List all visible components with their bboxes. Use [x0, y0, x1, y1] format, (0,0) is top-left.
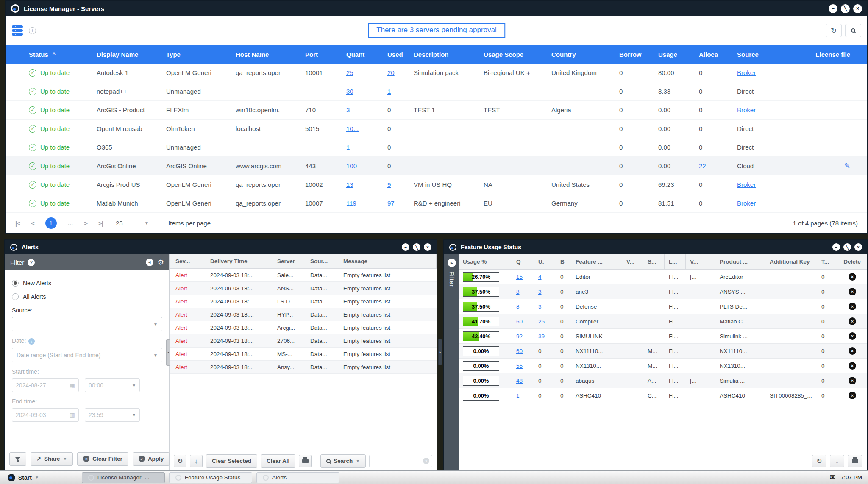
info-icon[interactable]: i	[29, 27, 36, 34]
search-button[interactable]	[845, 24, 861, 37]
source-link[interactable]: Broker	[737, 106, 756, 114]
first-page-button[interactable]: |<	[15, 220, 20, 227]
more-pages-button[interactable]: ...	[68, 220, 73, 227]
end-time-input[interactable]: 23:59▼	[85, 408, 140, 422]
restore-icon[interactable]: ╲	[843, 243, 851, 251]
q-link[interactable]: 48	[516, 378, 523, 384]
quant-link[interactable]: 10...	[346, 125, 359, 132]
delete-icon[interactable]: ×	[849, 288, 856, 295]
column-header[interactable]: Product ...	[715, 254, 765, 269]
mail-icon[interactable]: ✉	[829, 473, 835, 482]
calendar-icon[interactable]: ▦	[70, 412, 75, 418]
column-header[interactable]: Borrow	[619, 51, 658, 58]
feature-row[interactable]: 0.00%100ASHC410C...Fl...ASHC410SIT000082…	[459, 388, 867, 403]
download-button[interactable]: ↓	[830, 455, 844, 467]
server-row[interactable]: ✓Up to dateMatlab MunichOpenLM Generiqa_…	[6, 194, 867, 213]
column-header[interactable]: Additional Key	[765, 254, 817, 269]
delete-icon[interactable]: ×	[849, 303, 856, 310]
column-header[interactable]: V...	[686, 254, 715, 269]
quant-link[interactable]: 100	[346, 162, 357, 170]
close-icon[interactable]: ×	[853, 4, 862, 13]
column-header[interactable]: Description	[414, 51, 484, 58]
taskbar-item[interactable]: Feature Usage Status	[169, 472, 252, 483]
u-link[interactable]: 25	[538, 318, 545, 325]
last-page-button[interactable]: >|	[98, 220, 103, 227]
column-header[interactable]: Sev...	[170, 254, 204, 268]
quant-link[interactable]: 25	[346, 69, 353, 76]
q-link[interactable]: 55	[516, 363, 523, 369]
clear-all-button[interactable]: Clear All	[261, 454, 295, 468]
source-link[interactable]: Broker	[737, 181, 756, 188]
column-header[interactable]: Type	[166, 51, 236, 58]
column-header[interactable]: Server	[271, 254, 304, 268]
taskbar-item[interactable]: Alerts	[256, 472, 339, 483]
column-header[interactable]: Country	[551, 51, 619, 58]
used-link[interactable]: 9	[387, 181, 391, 188]
alert-row[interactable]: Alert2024-09-03 18:...Arcgi...Data...Emp…	[170, 321, 437, 334]
refresh-button[interactable]: ↻	[826, 24, 842, 37]
feature-row[interactable]: 0.00%6000NX11110...M...Fl...NX11110...0×	[459, 344, 867, 359]
start-button[interactable]: Start ▼	[3, 472, 43, 483]
feature-row[interactable]: 37.50%830ane3Fl...ANSYS ...0×	[459, 284, 867, 299]
q-link[interactable]: 1	[516, 392, 520, 399]
source-link[interactable]: Broker	[737, 69, 756, 76]
column-header[interactable]: Usage Scope	[484, 51, 551, 58]
server-row[interactable]: ✓Up to dateArcGis OnlineArcGIS Onlinewww…	[6, 157, 867, 175]
close-icon[interactable]: ×	[424, 243, 431, 251]
column-header[interactable]: Sour...	[304, 254, 337, 268]
close-icon[interactable]: ×	[854, 243, 862, 251]
server-row[interactable]: ✓Up to dateArcGIS - ProductFLEXlmwin10c.…	[6, 101, 867, 120]
taskbar-item[interactable]: License Manager -...	[82, 472, 165, 483]
column-header[interactable]: Used	[387, 51, 414, 58]
used-link[interactable]: 20	[387, 69, 395, 76]
column-header[interactable]: License file	[784, 51, 867, 58]
column-header[interactable]: S...	[643, 254, 665, 269]
quant-link[interactable]: 3	[346, 106, 350, 114]
column-header[interactable]: Status^	[6, 51, 97, 58]
share-button[interactable]: ↗ Share ▼	[31, 452, 73, 466]
main-titlebar[interactable]: License Manager - Servers – ╲ ×	[6, 1, 867, 16]
used-link[interactable]: 97	[387, 200, 395, 207]
alloca-link[interactable]: 22	[699, 162, 706, 170]
quant-link[interactable]: 13	[346, 181, 353, 188]
start-time-input[interactable]: 00:00▼	[85, 378, 140, 392]
delete-icon[interactable]: ×	[849, 332, 856, 340]
end-date-input[interactable]: 2024-09-03▦	[12, 408, 79, 422]
feature-row[interactable]: 41.70%60250CompilerFl...Matlab C...0×	[459, 314, 867, 329]
restore-icon[interactable]: ╲	[413, 243, 420, 251]
filter-button[interactable]	[9, 452, 26, 466]
feature-row[interactable]: 0.00%4800abaqusA...Fl...[...Simulia ...0…	[459, 373, 867, 388]
feature-row[interactable]: 26.70%1540EditorFl...[...ArcEditor0×	[459, 270, 867, 284]
column-header[interactable]: Delivery Time	[204, 254, 271, 268]
print-button[interactable]	[299, 455, 312, 467]
delete-icon[interactable]: ×	[849, 347, 856, 355]
panel-splitter-handle[interactable]: ▸	[438, 339, 442, 365]
prev-page-button[interactable]: <	[31, 220, 34, 227]
column-header[interactable]: Source	[737, 51, 784, 58]
column-header[interactable]: V...	[622, 254, 643, 269]
feature-row[interactable]: 0.00%5500NX1310...M...Fl...NX1310...0×	[459, 359, 867, 373]
q-link[interactable]: 8	[516, 289, 520, 295]
all-alerts-radio[interactable]: All Alerts	[12, 293, 162, 300]
items-per-page-select[interactable]: 25 ▼	[114, 219, 150, 228]
u-link[interactable]: 39	[538, 333, 545, 339]
delete-icon[interactable]: ×	[849, 362, 856, 370]
quant-link[interactable]: 119	[346, 200, 356, 207]
delete-icon[interactable]: ×	[849, 392, 856, 399]
expand-filter-icon[interactable]: ►	[448, 259, 456, 267]
feature-titlebar[interactable]: Feature Usage Status – ╲ ×	[444, 240, 867, 254]
quant-link[interactable]: 1	[346, 144, 350, 151]
help-icon[interactable]: ?	[28, 259, 35, 266]
print-button[interactable]	[848, 455, 862, 467]
refresh-button[interactable]: ↻	[812, 455, 826, 467]
download-button[interactable]: ↓	[190, 455, 203, 467]
u-link[interactable]: 3	[538, 303, 542, 310]
alert-row[interactable]: Alert2024-09-03 18:...ANS...Data...Empty…	[170, 282, 437, 295]
source-select[interactable]: ▼	[12, 317, 162, 331]
delete-icon[interactable]: ×	[849, 273, 856, 281]
start-date-input[interactable]: 2024-08-27▦	[12, 378, 79, 392]
source-link[interactable]: Broker	[737, 200, 756, 207]
delete-icon[interactable]: ×	[849, 317, 856, 325]
edit-license-icon[interactable]: ✎	[844, 162, 850, 170]
servers-icon[interactable]	[12, 25, 23, 36]
